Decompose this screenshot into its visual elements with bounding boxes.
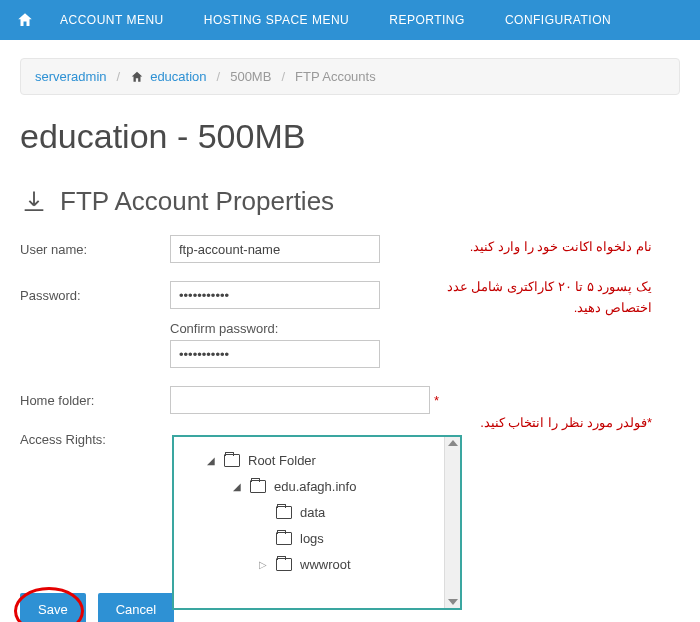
required-mark: * [434,393,439,408]
tree-item-wwwroot[interactable]: ▷ wwwroot [180,551,454,577]
download-icon [20,188,48,216]
tree-item-label: Root Folder [248,453,316,468]
nav-reporting[interactable]: REPORTING [369,0,485,40]
tree-item-label: edu.afagh.info [274,479,356,494]
tree-expander-icon[interactable]: ▷ [258,559,268,570]
folder-tree: ◢ Root Folder ◢ edu.afagh.info data logs… [174,437,460,587]
scroll-up-icon[interactable] [448,440,458,446]
folder-icon [224,454,240,467]
save-button[interactable]: Save [20,593,86,622]
ftp-form: User name: Password: Confirm password: H… [20,235,680,575]
tree-expander-icon[interactable]: ◢ [206,455,216,466]
annotation-folder: *فولدر مورد نظر را انتخاب کنید. [480,413,652,434]
username-label: User name: [20,242,170,257]
nav-hosting-space-menu[interactable]: HOSTING SPACE MENU [184,0,369,40]
tree-item-label: wwwroot [300,557,351,572]
username-input[interactable] [170,235,380,263]
home-icon[interactable] [10,11,40,29]
home-folder-label: Home folder: [20,393,170,408]
row-home-folder: Home folder: * [20,386,680,414]
tree-item-label: data [300,505,325,520]
breadcrumb-admin-link[interactable]: serveradmin [35,69,107,84]
folder-icon [250,480,266,493]
tree-item-domain[interactable]: ◢ edu.afagh.info [180,473,454,499]
tree-expander-icon[interactable]: ◢ [232,481,242,492]
breadcrumb-sep: / [217,69,221,84]
section-title: FTP Account Properties [60,186,334,217]
folder-icon [276,532,292,545]
breadcrumb-sep: / [117,69,121,84]
breadcrumb-sep: / [281,69,285,84]
folder-icon [276,506,292,519]
confirm-password-input[interactable] [170,340,380,368]
tree-item-logs[interactable]: logs [180,525,454,551]
breadcrumb-space-link[interactable]: education [150,69,206,84]
password-input[interactable] [170,281,380,309]
tree-item-label: logs [300,531,324,546]
annotation-username: نام دلخواه اکانت خود را وارد کنید. [470,237,652,258]
confirm-password-label: Confirm password: [170,321,680,336]
folder-tree-dropdown: ◢ Root Folder ◢ edu.afagh.info data logs… [172,435,462,610]
home-folder-input[interactable] [170,386,430,414]
section-header: FTP Account Properties [20,186,680,217]
password-label: Password: [20,288,170,303]
annotation-password: یک پسورد ۵ تا ۲۰ کاراکتری شامل عدد اختصا… [422,277,652,319]
scrollbar[interactable] [444,437,460,608]
breadcrumb: serveradmin / education / 500MB / FTP Ac… [20,58,680,95]
folder-icon [276,558,292,571]
row-confirm-password: Confirm password: [170,321,680,368]
breadcrumb-section: FTP Accounts [295,69,376,84]
cancel-button[interactable]: Cancel [98,593,174,622]
access-rights-label: Access Rights: [20,432,170,447]
nav-configuration[interactable]: CONFIGURATION [485,0,631,40]
breadcrumb-home-icon [130,70,144,84]
tree-item-data[interactable]: data [180,499,454,525]
breadcrumb-plan: 500MB [230,69,271,84]
save-highlight-ring: Save [20,593,86,622]
page-title: education - 500MB [20,117,680,156]
scroll-down-icon[interactable] [448,599,458,605]
tree-item-root[interactable]: ◢ Root Folder [180,447,454,473]
top-nav: ACCOUNT MENU HOSTING SPACE MENU REPORTIN… [0,0,700,40]
nav-account-menu[interactable]: ACCOUNT MENU [40,0,184,40]
